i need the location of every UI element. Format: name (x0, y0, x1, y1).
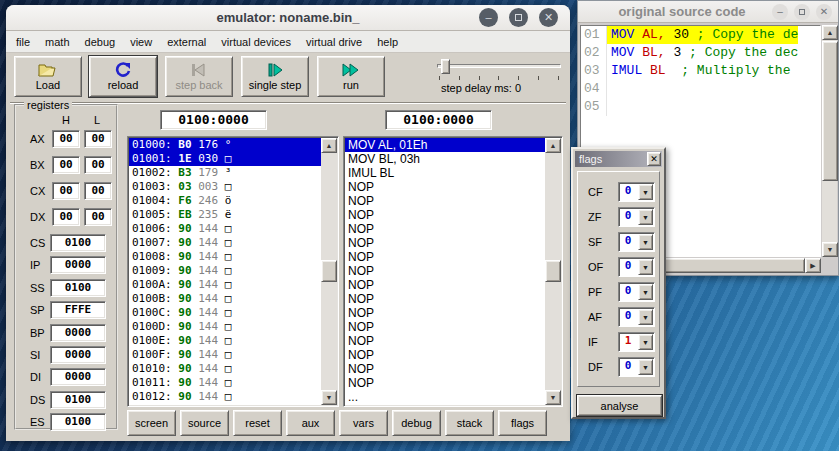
scroll-up-icon[interactable]: ▲ (822, 25, 838, 40)
source-line[interactable]: 04 (581, 80, 820, 98)
slider-handle[interactable] (441, 59, 450, 74)
register-bx-l-field[interactable]: 00 (84, 156, 112, 174)
memory-row[interactable]: 01001: 1E 030 □ (129, 152, 337, 166)
disasm-row[interactable]: NOP (345, 222, 561, 236)
flag-pf-select[interactable]: 0▼ (618, 282, 655, 302)
flags-button[interactable]: flags (498, 410, 547, 436)
disasm-address-input[interactable]: 0100:0000 (385, 110, 492, 130)
menu-item-view[interactable]: view (130, 36, 152, 48)
maximize-icon[interactable] (509, 8, 528, 27)
register-es-field[interactable]: 0100 (50, 413, 106, 431)
scroll-right-icon[interactable]: ▶ (805, 258, 821, 273)
register-sp-field[interactable]: FFFE (50, 301, 106, 319)
flag-of-select[interactable]: 0▼ (618, 257, 655, 277)
disasm-row[interactable]: NOP (345, 376, 561, 390)
source-line[interactable]: 05 (581, 98, 820, 116)
minimize-icon[interactable]: – (772, 4, 788, 20)
register-bp-field[interactable]: 0000 (50, 324, 106, 342)
disasm-row[interactable]: MOV BL, 03h (345, 152, 561, 166)
memory-scrollbar[interactable]: ▲ ▼ (321, 138, 337, 405)
scroll-down-icon[interactable]: ▼ (822, 242, 838, 257)
memory-row[interactable]: 0100A: 90 144 □ (129, 278, 337, 292)
scrollbar-thumb[interactable] (545, 260, 561, 282)
register-di-field[interactable]: 0000 (50, 368, 106, 386)
memory-row[interactable]: 01011: 90 144 □ (129, 376, 337, 390)
register-cx-l-field[interactable]: 00 (84, 182, 112, 200)
scroll-up-icon[interactable]: ▲ (321, 138, 337, 153)
source-line[interactable]: 01MOV AL, 30 ; Copy the de (581, 26, 820, 44)
flag-sf-select[interactable]: 0▼ (618, 232, 655, 252)
close-icon[interactable]: ✕ (647, 152, 661, 166)
menu-item-external[interactable]: external (167, 36, 206, 48)
scroll-up-icon[interactable]: ▲ (545, 138, 561, 153)
register-bx-h-field[interactable]: 00 (52, 156, 80, 174)
disasm-row[interactable]: NOP (345, 194, 561, 208)
flag-zf-select[interactable]: 0▼ (618, 207, 655, 227)
maximize-icon[interactable] (794, 4, 810, 20)
register-cx-h-field[interactable]: 00 (52, 182, 80, 200)
chevron-down-icon[interactable]: ▼ (638, 309, 653, 325)
disasm-row[interactable]: MOV AL, 01Eh (345, 138, 561, 152)
menu-item-virtual-drive[interactable]: virtual drive (306, 36, 362, 48)
memory-row[interactable]: 01007: 90 144 □ (129, 236, 337, 250)
reset-button[interactable]: reset (233, 410, 282, 436)
disasm-row[interactable]: NOP (345, 334, 561, 348)
reload-button[interactable]: reload (89, 56, 157, 97)
chevron-down-icon[interactable]: ▼ (638, 359, 653, 375)
disasm-row[interactable]: NOP (345, 208, 561, 222)
source-vertical-scrollbar[interactable]: ▲ ▼ (822, 25, 837, 257)
memory-row[interactable]: 0100E: 90 144 □ (129, 334, 337, 348)
analyse-button[interactable]: analyse (577, 395, 662, 416)
menu-item-virtual-devices[interactable]: virtual devices (221, 36, 291, 48)
scroll-down-icon[interactable]: ▼ (545, 390, 561, 405)
disasm-row[interactable]: NOP (345, 236, 561, 250)
disasm-row[interactable]: NOP (345, 264, 561, 278)
memory-row[interactable]: 01010: 90 144 □ (129, 362, 337, 376)
register-ds-field[interactable]: 0100 (50, 391, 106, 409)
flag-df-select[interactable]: 0▼ (618, 357, 655, 377)
register-si-field[interactable]: 0000 (50, 346, 106, 364)
close-icon[interactable]: ✕ (539, 8, 558, 27)
flag-af-select[interactable]: 0▼ (618, 307, 655, 327)
memory-row[interactable]: 01008: 90 144 □ (129, 250, 337, 264)
disasm-scrollbar[interactable]: ▲ ▼ (545, 138, 561, 405)
debug-button[interactable]: debug (392, 410, 441, 436)
register-dx-h-field[interactable]: 00 (52, 208, 80, 226)
menu-item-debug[interactable]: debug (85, 36, 116, 48)
disasm-row[interactable]: NOP (345, 250, 561, 264)
menu-item-file[interactable]: file (16, 36, 30, 48)
load-button[interactable]: Load (14, 56, 82, 97)
chevron-down-icon[interactable]: ▼ (638, 234, 653, 250)
disasm-listbox[interactable]: MOV AL, 01EhMOV BL, 03hIMUL BLNOPNOPNOPN… (343, 136, 563, 407)
register-ax-h-field[interactable]: 00 (52, 130, 80, 148)
scroll-down-icon[interactable]: ▼ (321, 390, 337, 405)
disasm-row[interactable]: NOP (345, 320, 561, 334)
chevron-down-icon[interactable]: ▼ (638, 209, 653, 225)
memory-row[interactable]: 0100C: 90 144 □ (129, 306, 337, 320)
scrollbar-thumb[interactable] (822, 41, 838, 181)
step-delay-slider[interactable] (437, 64, 561, 68)
close-icon[interactable]: ✕ (816, 4, 832, 20)
screen-button[interactable]: screen (127, 410, 176, 436)
vars-button[interactable]: vars (339, 410, 388, 436)
source-line[interactable]: 03IMUL BL ; Multiply the (581, 62, 820, 80)
run-button[interactable]: run (317, 56, 385, 97)
aux-button[interactable]: aux (286, 410, 335, 436)
chevron-down-icon[interactable]: ▼ (638, 184, 653, 200)
disasm-row[interactable]: NOP (345, 362, 561, 376)
disasm-row[interactable]: NOP (345, 278, 561, 292)
disasm-row[interactable]: NOP (345, 348, 561, 362)
register-ss-field[interactable]: 0100 (50, 279, 106, 297)
disasm-row[interactable]: NOP (345, 180, 561, 194)
memory-row[interactable]: 01006: 90 144 □ (129, 222, 337, 236)
source-line[interactable]: 02MOV BL, 3 ; Copy the dec (581, 44, 820, 62)
memory-row[interactable]: 01009: 90 144 □ (129, 264, 337, 278)
disasm-row[interactable]: IMUL BL (345, 166, 561, 180)
disasm-row[interactable]: ... (345, 390, 561, 404)
disasm-row[interactable]: NOP (345, 306, 561, 320)
memory-row[interactable]: 01005: EB 235 ë (129, 208, 337, 222)
memory-row[interactable]: 01004: F6 246 ö (129, 194, 337, 208)
menu-item-help[interactable]: help (377, 36, 398, 48)
memory-row[interactable]: 01002: B3 179 ³ (129, 166, 337, 180)
register-ip-field[interactable]: 0000 (50, 256, 106, 274)
